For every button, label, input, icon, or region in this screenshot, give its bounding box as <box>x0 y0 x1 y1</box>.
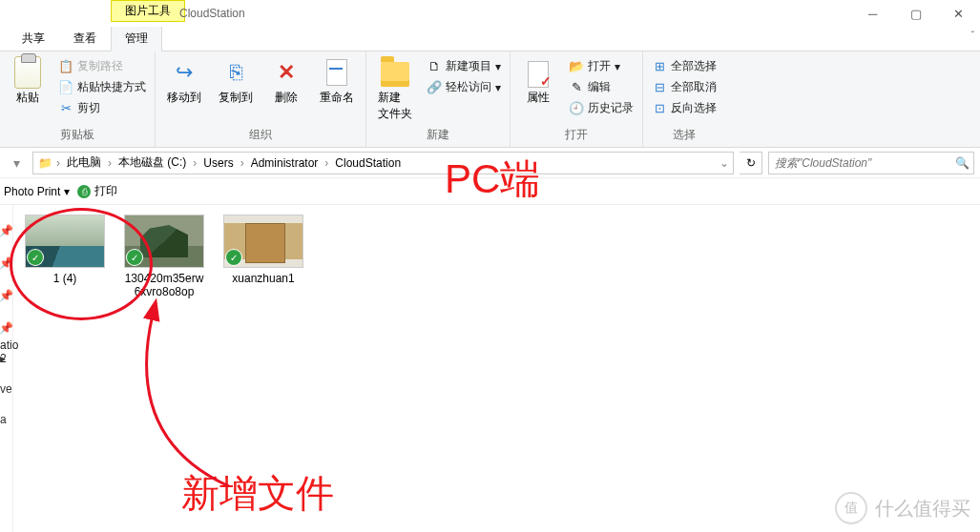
pin-icon: 📌 <box>0 224 13 237</box>
folder-small-icon: 📁 <box>35 153 54 173</box>
file-item[interactable]: ✓ xuanzhuan1 <box>221 215 305 285</box>
group-label-open: 打开 <box>516 125 636 145</box>
search-box[interactable]: 🔍 <box>768 152 974 174</box>
print-button[interactable]: ⎙打印 <box>77 183 117 199</box>
annotation-pc-label: PC端 <box>445 153 540 206</box>
select-none-button[interactable]: ⊟全部取消 <box>649 78 719 96</box>
photo-print-dropdown[interactable]: Photo Print ▾ <box>4 185 70 198</box>
file-name: xuanzhuan1 <box>232 272 294 285</box>
invert-icon: ⊡ <box>652 101 667 116</box>
invert-selection-button[interactable]: ⊡反向选择 <box>649 99 719 117</box>
shortcut-icon: 📄 <box>58 80 73 95</box>
window-title: CloudStation <box>179 7 245 20</box>
sync-ok-icon: ✓ <box>127 250 142 265</box>
file-item[interactable]: ✓ 1 (4) <box>23 215 107 285</box>
watermark-badge-icon: 值 <box>835 492 867 524</box>
breadcrumb-seg[interactable]: 本地磁盘 (C:) <box>114 153 191 173</box>
move-icon: ↪ <box>169 57 199 88</box>
new-folder-button[interactable]: 新建 文件夹 <box>372 55 418 124</box>
properties-icon <box>523 57 553 88</box>
copy-path-button[interactable]: 📋复制路径 <box>55 57 149 75</box>
select-all-icon: ⊞ <box>652 59 667 74</box>
content-area: 📌 📌 📌 📌 atio 2 ✓ 1 (4) ✓ 130420m35erw6xv… <box>0 205 980 532</box>
ribbon-collapse-icon[interactable]: ˇ <box>971 31 974 41</box>
cut-button[interactable]: ✂剪切 <box>55 99 149 117</box>
pin-icon: 📌 <box>0 321 13 335</box>
easy-access-icon: 🔗 <box>427 80 442 95</box>
properties-button[interactable]: 属性 <box>516 55 560 108</box>
refresh-button[interactable]: ↻ <box>740 152 762 174</box>
open-icon: 📂 <box>569 59 584 74</box>
watermark-text: 什么值得买 <box>875 496 970 522</box>
file-name: 130420m35erw6xvro8o8op <box>122 272 206 298</box>
select-none-icon: ⊟ <box>652 80 667 95</box>
path-icon: 📋 <box>58 59 73 74</box>
history-button[interactable]: 🕘历史记录 <box>566 99 636 117</box>
paste-button[interactable]: 粘贴 <box>6 55 50 108</box>
group-label-organize: 组织 <box>161 125 360 145</box>
scissors-icon: ✂ <box>58 101 73 116</box>
ribbon-group-open: 属性 📂打开 ▾ ✎编辑 🕘历史记录 打开 <box>511 51 643 147</box>
easy-access-button[interactable]: 🔗轻松访问 ▾ <box>424 78 504 96</box>
ribbon-group-clipboard: 粘贴 📋复制路径 📄粘贴快捷方式 ✂剪切 剪贴板 <box>0 51 156 147</box>
copy-icon: ⎘ <box>220 57 251 88</box>
thumbnail: ✓ <box>25 215 105 268</box>
breadcrumb-dropdown-icon[interactable]: ⌄ <box>718 156 731 170</box>
new-item-icon: 🗋 <box>427 59 442 74</box>
open-button[interactable]: 📂打开 ▾ <box>566 57 636 75</box>
file-grid[interactable]: ✓ 1 (4) ✓ 130420m35erw6xvro8o8op ✓ xuanz… <box>13 205 980 532</box>
breadcrumb-seg[interactable]: Administrator <box>246 154 323 172</box>
refresh-icon: ↻ <box>746 156 756 170</box>
close-button[interactable]: ✕ <box>937 0 980 27</box>
group-label-clipboard: 剪贴板 <box>6 125 149 145</box>
rename-button[interactable]: 重命名 <box>314 55 360 108</box>
sync-ok-icon: ✓ <box>226 250 241 265</box>
delete-icon: ✕ <box>271 57 302 88</box>
pin-icon: 📌 <box>0 256 13 270</box>
ribbon-group-select: ⊞全部选择 ⊟全部取消 ⊡反向选择 选择 <box>643 51 725 147</box>
folder-icon <box>380 57 410 88</box>
group-label-new: 新建 <box>372 125 504 145</box>
edit-icon: ✎ <box>569 80 584 95</box>
ribbon-tabs: 共享 查看 管理 <box>0 27 980 51</box>
select-all-button[interactable]: ⊞全部选择 <box>649 57 719 75</box>
paste-shortcut-button[interactable]: 📄粘贴快捷方式 <box>55 78 149 96</box>
thumbnail: ✓ <box>124 215 204 268</box>
search-icon[interactable]: 🔍 <box>950 156 973 170</box>
group-label-select: 选择 <box>649 125 719 145</box>
new-item-button[interactable]: 🗋新建项目 ▾ <box>424 57 504 75</box>
pin-icon: 📌 <box>0 289 13 302</box>
ribbon-group-organize: ↪移动到 ⎘复制到 ✕删除 重命名 组织 <box>156 51 366 147</box>
edit-button[interactable]: ✎编辑 <box>566 78 636 96</box>
contextual-tab[interactable]: 图片工具 <box>111 0 185 22</box>
tab-share[interactable]: 共享 <box>8 26 59 51</box>
ribbon-group-new: 新建 文件夹 🗋新建项目 ▾ 🔗轻松访问 ▾ 新建 <box>366 51 511 147</box>
ribbon: 粘贴 📋复制路径 📄粘贴快捷方式 ✂剪切 剪贴板 ↪移动到 ⎘复制到 ✕删除 重… <box>0 51 980 148</box>
annotation-newfile-label: 新增文件 <box>181 467 334 520</box>
thumbnail: ✓ <box>223 215 303 268</box>
history-dropdown[interactable]: ▾ <box>6 153 27 174</box>
breadcrumb-seg[interactable]: CloudStation <box>330 154 406 172</box>
history-icon: 🕘 <box>569 101 584 116</box>
delete-button[interactable]: ✕删除 <box>264 55 308 108</box>
side-text-fragments: ▸ ve a <box>0 343 12 503</box>
rename-icon <box>322 57 352 88</box>
tab-view[interactable]: 查看 <box>59 26 111 51</box>
file-name: 1 (4) <box>53 272 77 285</box>
title-bar: 图片工具 CloudStation ─ ▢ ✕ <box>0 0 980 27</box>
copy-to-button[interactable]: ⎘复制到 <box>213 55 259 108</box>
breadcrumb[interactable]: 📁 › 此电脑› 本地磁盘 (C:)› Users› Administrator… <box>32 152 734 174</box>
breadcrumb-seg[interactable]: Users <box>198 154 238 172</box>
print-icon: ⎙ <box>77 185 91 198</box>
breadcrumb-seg[interactable]: 此电脑 <box>62 153 106 173</box>
sync-ok-icon: ✓ <box>28 250 43 265</box>
maximize-button[interactable]: ▢ <box>894 0 937 27</box>
search-input[interactable] <box>769 156 950 170</box>
watermark: 值 什么值得买 <box>835 492 970 524</box>
tab-manage[interactable]: 管理 <box>111 26 162 51</box>
move-to-button[interactable]: ↪移动到 <box>161 55 207 108</box>
file-item[interactable]: ✓ 130420m35erw6xvro8o8op <box>122 215 206 298</box>
minimize-button[interactable]: ─ <box>851 0 894 27</box>
clipboard-icon <box>12 57 43 88</box>
